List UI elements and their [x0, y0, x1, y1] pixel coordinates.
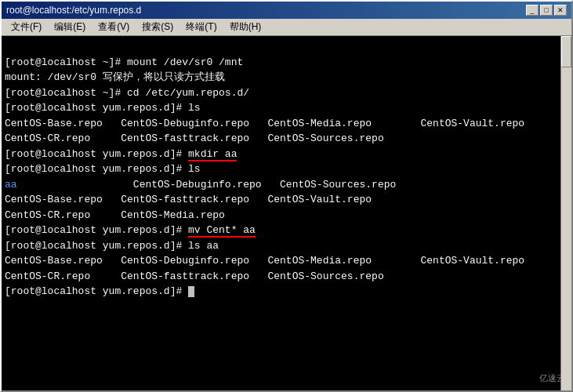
menu-file[interactable]: 文件(F) [5, 19, 48, 35]
line-3: [root@localhost ~]# cd /etc/yum.repos.d/ [5, 87, 249, 99]
line-15: CentOS-CR.repo CentOS-fasttrack.repo Cen… [5, 270, 384, 282]
title-bar: root@localhost:/etc/yum.repos.d _ □ ✕ [2, 2, 571, 19]
terminal-cursor [188, 286, 194, 297]
close-button[interactable]: ✕ [554, 5, 567, 16]
line-4: [root@localhost yum.repos.d]# ls [5, 102, 201, 114]
scrollbar[interactable] [560, 36, 571, 390]
terminal-area[interactable]: [root@localhost ~]# mount /dev/sr0 /mnt … [2, 36, 571, 390]
line-9-blue: aa [5, 179, 17, 191]
maximize-button[interactable]: □ [540, 5, 553, 16]
line-11: CentOS-CR.repo CentOS-Media.repo [5, 209, 225, 221]
line-14: CentOS-Base.repo CentOS-Debuginfo.repo C… [5, 255, 524, 267]
line-16: [root@localhost yum.repos.d]# [5, 285, 194, 297]
terminal-output: [root@localhost ~]# mount /dev/sr0 /mnt … [5, 39, 568, 314]
menu-view[interactable]: 查看(V) [92, 19, 136, 35]
scrollbar-thumb[interactable] [561, 36, 571, 67]
menu-terminal[interactable]: 终端(T) [180, 19, 223, 35]
window-controls: _ □ ✕ [526, 5, 567, 16]
line-2: mount: /dev/sr0 写保护，将以只读方式挂载 [5, 71, 225, 83]
line-8: [root@localhost yum.repos.d]# ls [5, 163, 201, 175]
line-6: CentOS-CR.repo CentOS-fasttrack.repo Cen… [5, 132, 384, 144]
line-13: [root@localhost yum.repos.d]# ls aa [5, 240, 219, 252]
menu-search[interactable]: 搜索(S) [136, 19, 180, 35]
menu-bar: 文件(F) 编辑(E) 查看(V) 搜索(S) 终端(T) 帮助(H) [2, 19, 571, 36]
window-title: root@localhost:/etc/yum.repos.d [6, 5, 141, 16]
line-9-rest: CentOS-Debuginfo.repo CentOS-Sources.rep… [17, 179, 397, 191]
menu-help[interactable]: 帮助(H) [223, 19, 268, 35]
line-10: CentOS-Base.repo CentOS-fasttrack.repo C… [5, 194, 372, 205]
line-5: CentOS-Base.repo CentOS-Debuginfo.repo C… [5, 118, 524, 129]
menu-edit[interactable]: 编辑(E) [48, 19, 92, 35]
terminal-window: root@localhost:/etc/yum.repos.d _ □ ✕ 文件… [0, 0, 573, 392]
line-1: [root@localhost ~]# mount /dev/sr0 /mnt [5, 56, 243, 68]
line-7: [root@localhost yum.repos.d]# mkdir aa [5, 148, 237, 162]
line-12: [root@localhost yum.repos.d]# mv Cent* a… [5, 224, 256, 238]
minimize-button[interactable]: _ [526, 5, 539, 16]
